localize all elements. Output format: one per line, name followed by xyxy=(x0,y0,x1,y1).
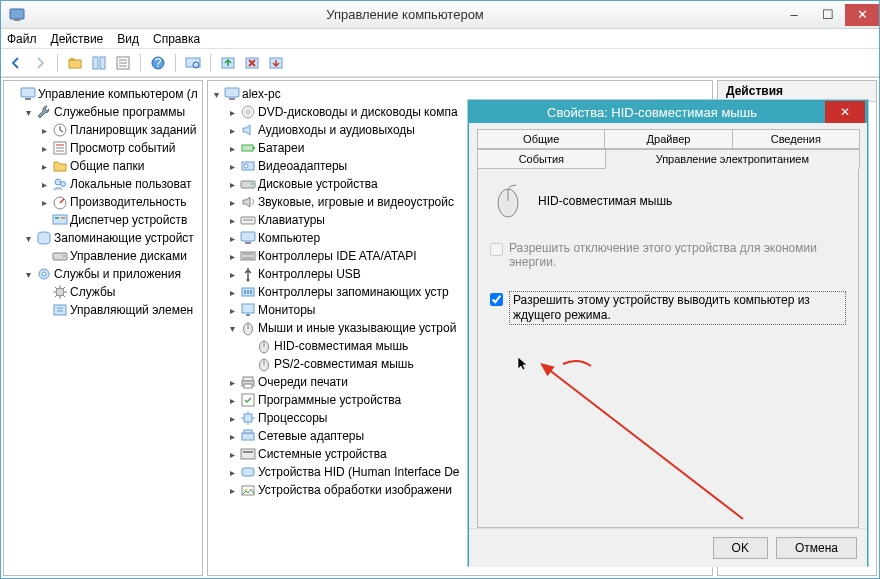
properties-dialog: Свойства: HID-совместимая мышь ✕ Общие Д… xyxy=(468,100,868,566)
expand-icon[interactable]: ▸ xyxy=(38,160,50,172)
expand-icon[interactable]: ▸ xyxy=(226,232,238,244)
dialog-titlebar: Свойства: HID-совместимая мышь ✕ xyxy=(469,101,867,123)
cancel-button[interactable]: Отмена xyxy=(776,537,857,559)
allow-power-off-checkbox xyxy=(490,243,503,256)
tree-item[interactable]: Управление компьютером (л xyxy=(6,85,200,103)
window-title: Управление компьютером xyxy=(33,7,777,22)
collapse-icon[interactable]: ▾ xyxy=(22,268,34,280)
expand-icon[interactable]: ▸ xyxy=(38,196,50,208)
svg-rect-0 xyxy=(10,9,24,19)
tree-item[interactable]: ▾Служебные программы xyxy=(6,103,200,121)
tree-item[interactable]: ▸Планировщик заданий xyxy=(6,121,200,139)
menu-view[interactable]: Вид xyxy=(117,32,139,46)
tree-item[interactable]: ▾Запоминающие устройст xyxy=(6,229,200,247)
tree-item-label: Видеоадаптеры xyxy=(258,159,347,173)
expand-icon[interactable]: ▸ xyxy=(226,214,238,226)
tree-item[interactable]: Управление дисками xyxy=(6,247,200,265)
mouse-icon xyxy=(256,356,272,372)
expand-icon[interactable]: ▸ xyxy=(226,106,238,118)
scan-button[interactable] xyxy=(182,52,204,74)
expand-icon[interactable]: ▸ xyxy=(226,286,238,298)
tree-item[interactable]: ▸Просмотр событий xyxy=(6,139,200,157)
expand-icon[interactable]: ▸ xyxy=(38,178,50,190)
dialog-close-button[interactable]: ✕ xyxy=(825,101,865,123)
menu-help[interactable]: Справка xyxy=(153,32,200,46)
allow-wake-row[interactable]: Разрешить этому устройству выводить комп… xyxy=(490,291,846,325)
allow-wake-checkbox[interactable] xyxy=(490,293,503,306)
svg-rect-57 xyxy=(244,290,246,294)
expand-icon[interactable]: ▸ xyxy=(226,124,238,136)
menu-action[interactable]: Действие xyxy=(51,32,104,46)
tree-item-label: Очереди печати xyxy=(258,375,348,389)
svg-rect-70 xyxy=(244,384,252,388)
svg-point-33 xyxy=(63,255,65,257)
expand-icon[interactable]: ▸ xyxy=(226,484,238,496)
tree-item[interactable]: ▸Производительность xyxy=(6,193,200,211)
expand-icon[interactable]: ▸ xyxy=(226,250,238,262)
collapse-icon[interactable]: ▾ xyxy=(22,232,34,244)
expand-icon[interactable]: ▸ xyxy=(226,304,238,316)
up-button[interactable] xyxy=(64,52,86,74)
tab-events[interactable]: События xyxy=(477,149,606,169)
svg-point-35 xyxy=(42,272,46,276)
computer-icon xyxy=(240,230,256,246)
properties-button[interactable] xyxy=(112,52,134,74)
expand-icon[interactable]: ▸ xyxy=(226,376,238,388)
expand-icon[interactable]: ▸ xyxy=(226,160,238,172)
tree-item[interactable]: ▸Локальные пользоват xyxy=(6,175,200,193)
wmi-icon xyxy=(52,302,68,318)
expand-icon[interactable]: ▸ xyxy=(226,142,238,154)
collapse-icon[interactable]: ▾ xyxy=(210,88,222,100)
back-button[interactable] xyxy=(5,52,27,74)
tree-item[interactable]: Диспетчер устройств xyxy=(6,211,200,229)
svg-rect-72 xyxy=(244,414,252,422)
minimize-button[interactable]: – xyxy=(777,4,811,26)
allow-wake-label[interactable]: Разрешить этому устройству выводить комп… xyxy=(509,291,846,325)
expand-icon[interactable]: ▸ xyxy=(38,124,50,136)
svg-point-26 xyxy=(61,182,66,187)
expand-icon[interactable]: ▸ xyxy=(226,178,238,190)
expand-icon[interactable]: ▸ xyxy=(226,448,238,460)
expand-icon[interactable]: ▸ xyxy=(226,394,238,406)
tab-driver[interactable]: Драйвер xyxy=(604,129,732,149)
expand-icon[interactable]: ▸ xyxy=(226,430,238,442)
tree-item-label: Просмотр событий xyxy=(70,141,175,155)
left-tree-panel: Управление компьютером (л▾Служебные прог… xyxy=(3,80,203,576)
swdev-icon xyxy=(240,392,256,408)
help-button[interactable]: ? xyxy=(147,52,169,74)
tree-item[interactable]: Службы xyxy=(6,283,200,301)
maximize-button[interactable]: ☐ xyxy=(811,4,845,26)
expand-icon[interactable]: ▸ xyxy=(226,412,238,424)
tab-general[interactable]: Общие xyxy=(477,129,605,149)
update-driver-button[interactable] xyxy=(217,52,239,74)
expand-icon[interactable]: ▸ xyxy=(226,268,238,280)
tree-item-label: Аудиовходы и аудиовыходы xyxy=(258,123,415,137)
close-button[interactable]: ✕ xyxy=(845,4,879,26)
svg-rect-77 xyxy=(242,433,254,440)
expand-icon[interactable]: ▸ xyxy=(226,466,238,478)
tree-item-label: Контроллеры IDE ATA/ATAPI xyxy=(258,249,417,263)
show-hide-button[interactable] xyxy=(88,52,110,74)
storage-icon xyxy=(36,230,52,246)
expand-icon[interactable]: ▸ xyxy=(226,196,238,208)
no-expander xyxy=(38,286,50,298)
tree-item[interactable]: ▾Службы и приложения xyxy=(6,265,200,283)
collapse-icon[interactable]: ▾ xyxy=(226,322,238,334)
tab-power[interactable]: Управление электропитанием xyxy=(605,149,860,169)
collapse-icon[interactable]: ▾ xyxy=(22,106,34,118)
forward-button[interactable] xyxy=(29,52,51,74)
uninstall-button[interactable] xyxy=(241,52,263,74)
tree-item[interactable]: Управляющий элемен xyxy=(6,301,200,319)
menu-file[interactable]: Файл xyxy=(7,32,37,46)
svg-rect-38 xyxy=(225,88,239,97)
net-icon xyxy=(240,428,256,444)
disable-button[interactable] xyxy=(265,52,287,74)
tree-item-label: Служебные программы xyxy=(54,105,185,119)
ok-button[interactable]: OK xyxy=(713,537,768,559)
expand-icon[interactable]: ▸ xyxy=(38,142,50,154)
no-expander xyxy=(242,340,254,352)
tree-item-label: Батареи xyxy=(258,141,304,155)
svg-rect-3 xyxy=(93,57,98,69)
tab-details[interactable]: Сведения xyxy=(732,129,860,149)
tree-item[interactable]: ▸Общие папки xyxy=(6,157,200,175)
